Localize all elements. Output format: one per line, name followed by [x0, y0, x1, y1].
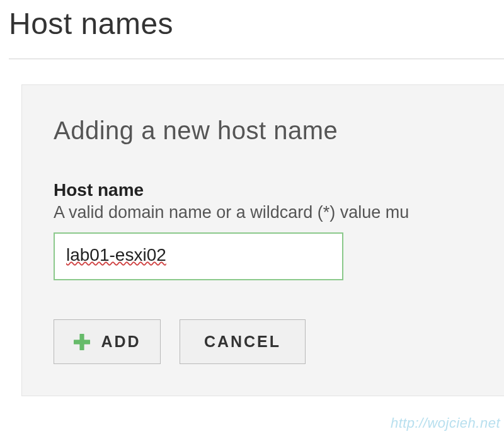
panel-title: Adding a new host name: [54, 117, 504, 145]
hostname-input[interactable]: [54, 232, 343, 280]
divider: [9, 59, 504, 59]
page-title: Host names: [9, 6, 504, 41]
hostname-label: Host name: [54, 180, 504, 200]
cancel-button[interactable]: CANCEL: [180, 319, 306, 364]
add-button-label: ADD: [101, 333, 140, 351]
add-button[interactable]: ADD: [54, 319, 161, 364]
cancel-button-label: CANCEL: [204, 333, 281, 351]
hostname-help-text: A valid domain name or a wildcard (*) va…: [54, 203, 504, 222]
plus-icon: [73, 333, 91, 351]
button-row: ADD CANCEL: [54, 319, 504, 364]
watermark: http://wojcieh.net: [391, 415, 500, 431]
svg-rect-3: [74, 340, 90, 344]
add-hostname-panel: Adding a new host name Host name A valid…: [21, 84, 504, 396]
